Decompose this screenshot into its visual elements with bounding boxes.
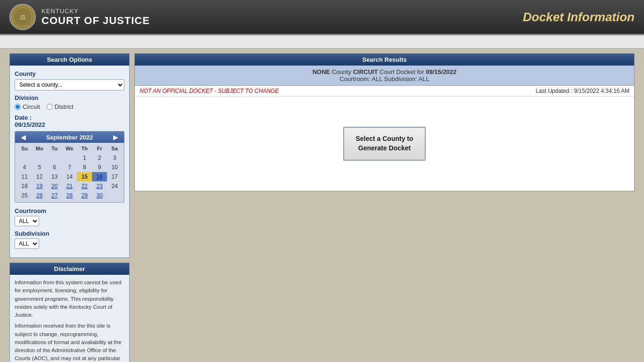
- cal-day-23[interactable]: 23: [92, 181, 107, 191]
- cal-day-30[interactable]: 30: [92, 191, 107, 200]
- last-updated-text: Last Updated : 9/15/2022 4:34:16 AM: [536, 88, 629, 94]
- calendar-week-1: 1 2 3: [17, 153, 122, 163]
- date-label: Date :: [15, 114, 32, 121]
- circuit-label: Circuit: [23, 103, 40, 110]
- calendar-month-year: September 2022: [46, 134, 93, 141]
- results-info-bar: NOT AN OFFICIAL DOCKET - SUBJECT TO CHAN…: [135, 86, 634, 97]
- cal-day-24[interactable]: 24: [107, 181, 122, 191]
- calendar-week-3: 11 12 13 14 15 16 17: [17, 172, 122, 181]
- results-header: NONE County CIRCUIT Court Docket for 09/…: [135, 66, 634, 86]
- docket-date: 09/15/2022: [426, 68, 456, 75]
- cal-day-13[interactable]: 13: [47, 172, 62, 181]
- circuit-radio-label[interactable]: Circuit: [15, 103, 40, 110]
- cal-day-9[interactable]: 9: [92, 163, 107, 172]
- cal-day-22[interactable]: 22: [77, 181, 92, 191]
- page-title: Docket Information: [523, 10, 635, 25]
- division-options: Circuit District: [15, 103, 124, 110]
- cal-day-8[interactable]: 8: [77, 163, 92, 172]
- cal-day-3[interactable]: 3: [107, 153, 122, 163]
- disclaimer-p1: Information from this system cannot be u…: [15, 279, 124, 319]
- subdivision-select[interactable]: ALL: [15, 239, 39, 249]
- docket-mid-text: Court Docket for: [378, 68, 426, 75]
- disclaimer-box: Disclaimer Information from this system …: [9, 263, 130, 362]
- docket-circuit: CIRCUIT: [353, 68, 378, 75]
- generate-btn-line2: Generate Docket: [358, 144, 411, 152]
- cal-day-20[interactable]: 20: [47, 181, 62, 191]
- navbar: [0, 35, 644, 49]
- generate-btn-line1: Select a County to: [355, 135, 413, 142]
- left-panel: Search Options County Select a county...…: [9, 53, 130, 362]
- cal-day-29[interactable]: 29: [77, 191, 92, 200]
- cal-day-12[interactable]: 12: [32, 172, 47, 181]
- circuit-radio[interactable]: [15, 104, 21, 110]
- cal-day-2[interactable]: 2: [92, 153, 107, 163]
- county-label: County: [15, 70, 124, 77]
- cal-day-empty: [107, 191, 122, 200]
- page-header: ⚖ KENTUCKY COURT OF JUSTICE Docket Infor…: [0, 0, 644, 35]
- cal-day-7[interactable]: 7: [62, 163, 77, 172]
- docket-line-1: NONE County CIRCUIT Court Docket for 09/…: [140, 68, 629, 75]
- calendar-next-button[interactable]: ▶: [111, 133, 120, 141]
- courtroom-label: Courtroom: [15, 207, 124, 214]
- cal-day-18[interactable]: 18: [17, 181, 32, 191]
- results-body: Select a County to Generate Docket: [135, 97, 634, 191]
- district-radio-label[interactable]: District: [47, 103, 74, 110]
- kentucky-label: KENTUCKY: [41, 8, 150, 15]
- cal-day-27[interactable]: 27: [47, 191, 62, 200]
- search-options-body: County Select a county... Division Circu…: [10, 66, 129, 257]
- coj-label: COURT OF JUSTICE: [41, 15, 150, 27]
- division-label: Division: [15, 94, 124, 101]
- cal-day-11[interactable]: 11: [17, 172, 32, 181]
- courtroom-select[interactable]: ALL: [15, 216, 39, 226]
- county-select[interactable]: Select a county...: [15, 79, 124, 90]
- calendar: ◀ September 2022 ▶ Su Mo Tu We Th Fr Sa: [15, 131, 124, 203]
- search-results-box: Search Results NONE County CIRCUIT Court…: [134, 53, 635, 191]
- cal-day-empty: [47, 153, 62, 163]
- header-left: ⚖ KENTUCKY COURT OF JUSTICE: [9, 4, 150, 30]
- cal-day-5[interactable]: 5: [32, 163, 47, 172]
- search-results-title: Search Results: [135, 54, 634, 66]
- cal-day-6[interactable]: 6: [47, 163, 62, 172]
- search-options-header: Search Options: [10, 54, 129, 66]
- generate-docket-button[interactable]: Select a County to Generate Docket: [343, 127, 425, 160]
- not-official-text: NOT AN OFFICIAL DOCKET - SUBJECT TO CHAN…: [140, 88, 279, 94]
- calendar-week-4: 18 19 20 21 22 23 24: [17, 181, 122, 191]
- calendar-header: ◀ September 2022 ▶: [15, 132, 124, 143]
- cal-day-15[interactable]: 15: [77, 172, 92, 181]
- date-value: 09/15/2022: [15, 121, 124, 128]
- right-panel: Search Results NONE County CIRCUIT Court…: [134, 53, 635, 362]
- cal-day-empty: [32, 153, 47, 163]
- main-content: Search Options County Select a county...…: [0, 49, 644, 362]
- cal-day-14[interactable]: 14: [62, 172, 77, 181]
- header-title: KENTUCKY COURT OF JUSTICE: [41, 8, 150, 27]
- subdivision-label: Subdivision: [15, 230, 124, 237]
- cal-day-1[interactable]: 1: [77, 153, 92, 163]
- cal-day-empty: [17, 153, 32, 163]
- cal-day-21[interactable]: 21: [62, 181, 77, 191]
- calendar-week-5: 25 26 27 28 29 30: [17, 191, 122, 200]
- calendar-grid: Su Mo Tu We Th Fr Sa: [15, 143, 124, 202]
- calendar-prev-button[interactable]: ◀: [19, 133, 28, 141]
- calendar-week-2: 4 5 6 7 8 9 10: [17, 163, 122, 172]
- svg-text:⚖: ⚖: [20, 13, 26, 21]
- cal-day-4[interactable]: 4: [17, 163, 32, 172]
- cal-day-16[interactable]: 16: [92, 172, 107, 181]
- search-options-box: Search Options County Select a county...…: [9, 53, 130, 258]
- docket-none: NONE: [313, 68, 330, 75]
- cal-day-10[interactable]: 10: [107, 163, 122, 172]
- state-seal: ⚖: [9, 4, 36, 30]
- disclaimer-header: Disclaimer: [10, 263, 129, 275]
- cal-day-26[interactable]: 26: [32, 191, 47, 200]
- cal-day-17[interactable]: 17: [107, 172, 122, 181]
- disclaimer-p2: Information received from the this site …: [15, 322, 124, 362]
- docket-county-text: County: [330, 68, 353, 75]
- cal-day-19[interactable]: 19: [32, 181, 47, 191]
- docket-line-2: Courtroom: ALL Subdivision: ALL: [140, 75, 629, 82]
- district-radio[interactable]: [47, 104, 53, 110]
- cal-day-28[interactable]: 28: [62, 191, 77, 200]
- cal-day-25[interactable]: 25: [17, 191, 32, 200]
- cal-day-empty: [62, 153, 77, 163]
- district-label: District: [55, 103, 74, 110]
- disclaimer-body: Information from this system cannot be u…: [10, 275, 129, 362]
- calendar-days-of-week: Su Mo Tu We Th Fr Sa: [17, 145, 122, 152]
